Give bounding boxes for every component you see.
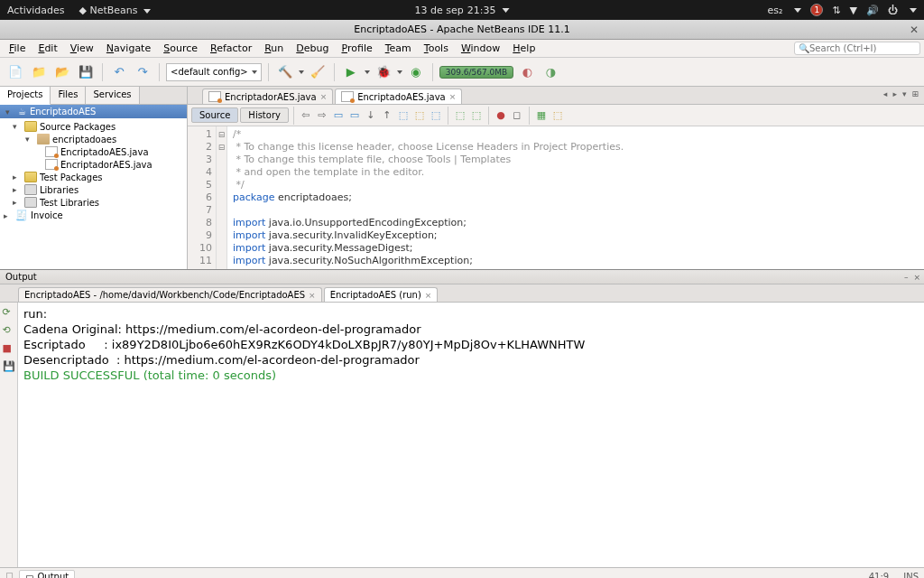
tree-libraries[interactable]: ▸Libraries [0,183,187,196]
tree-file[interactable]: EncriptadoAES.java [0,145,187,158]
toolbar-icon[interactable]: ◻ [510,108,524,123]
toolbar-icon[interactable]: ⇦ [299,108,313,123]
tree-test-libraries[interactable]: ▸Test Libraries [0,196,187,209]
window-close-icon[interactable]: ✕ [910,23,919,36]
insert-mode[interactable]: INS [903,572,919,578]
toolbar-icon[interactable]: ↓ [364,108,378,123]
build-button[interactable]: 🔨 [275,62,295,82]
toolbar-icon[interactable]: ⬚ [412,108,427,123]
toolbar-icon[interactable]: ⇨ [315,108,329,123]
gc-icon[interactable]: ◐ [517,62,537,82]
menu-window[interactable]: Window [456,41,505,56]
line-gutter: 123456789101112131415 [188,126,217,269]
close-icon[interactable]: × [449,92,457,101]
rerun-icon[interactable]: ⟳ [3,306,15,319]
toolbar-icon[interactable]: ▭ [331,108,346,123]
new-project-button[interactable]: 📁 [29,62,49,82]
close-icon[interactable]: × [425,291,432,300]
profile-button[interactable]: ◉ [406,62,426,82]
close-icon[interactable]: × [913,273,920,282]
java-file-icon [45,146,58,157]
tree-file[interactable]: EncriptadorAES.java [0,158,187,171]
tab-scroll-left-icon[interactable]: ◂ [883,89,888,98]
tab-projects[interactable]: Projects [0,87,51,105]
editor-tabs: EncriptadorAES.java× EncriptadoAES.java×… [188,87,924,105]
history-view-button[interactable]: History [240,107,289,123]
activities-label[interactable]: Actividades [7,5,65,16]
run-button[interactable]: ▶ [341,62,361,82]
minimize-icon[interactable]: – [904,273,909,282]
output-tab[interactable]: EncriptadoAES (run)× [324,287,439,302]
config-selector[interactable]: <default config> [166,63,262,81]
window-title-bar: EncriptadoAES - Apache NetBeans IDE 11.1… [0,20,924,40]
app-menu[interactable]: ◆ NetBeans [79,5,152,16]
editor-tab[interactable]: EncriptadorAES.java× [202,89,333,104]
java-file-icon [341,91,354,102]
menu-profile[interactable]: Profile [336,41,377,56]
menu-source[interactable]: Source [158,41,203,56]
gc-icon-2[interactable]: ◑ [541,62,560,82]
project-header[interactable]: ▾ ☕ EncriptadoAES [0,105,187,118]
menu-debug[interactable]: Debug [291,41,334,56]
output-status-button[interactable]: ▭Output [19,570,75,578]
redo-button[interactable]: ↷ [133,62,152,82]
toolbar-icon[interactable]: ● [494,108,508,123]
tab-menu-icon[interactable]: ▾ [902,89,907,98]
close-icon[interactable]: × [320,92,328,101]
save-all-button[interactable]: 💾 [76,62,96,82]
editor-tab[interactable]: EncriptadoAES.java× [335,89,462,104]
tab-files[interactable]: Files [51,87,86,104]
menu-edit[interactable]: Edit [32,41,62,56]
undo-button[interactable]: ↶ [109,62,129,82]
menu-team[interactable]: Team [380,41,417,56]
menu-help[interactable]: Help [507,41,541,56]
volume-icon[interactable]: 🔊 [866,5,879,16]
maximize-icon[interactable]: ⊞ [911,89,919,98]
tree-source-packages[interactable]: ▾Source Packages [0,120,187,133]
stop-icon[interactable]: ■ [3,342,15,355]
code-editor[interactable]: 123456789101112131415 ⊟⊟ /* * To change … [188,126,924,269]
toolbar-icon[interactable]: ⬚ [453,108,467,123]
memory-indicator[interactable]: 309.6/567.0MB [439,66,514,79]
toolbar-icon[interactable]: ↑ [380,108,394,123]
output-console[interactable]: run: Cadena Original: https://medium.com… [18,303,924,567]
toolbar-icon[interactable]: ▭ [347,108,362,123]
save-output-icon[interactable]: 💾 [3,360,15,373]
debug-button[interactable]: 🐞 [374,62,393,82]
rerun-alt-icon[interactable]: ⟲ [3,324,15,337]
dropbox-icon[interactable]: ⇅ [832,5,840,16]
power-icon[interactable]: ⏻ [888,5,898,16]
toolbar-icon[interactable]: ⬚ [429,108,443,123]
global-search[interactable]: 🔍 [794,42,920,55]
source-view-button[interactable]: Source [191,107,238,123]
menu-tools[interactable]: Tools [419,41,454,56]
toolbar-icon[interactable]: ⬚ [550,108,565,123]
tree-test-packages[interactable]: ▸Test Packages [0,171,187,183]
toolbar-icon[interactable]: ⬚ [396,108,411,123]
search-input[interactable] [809,43,909,53]
open-button[interactable]: 📂 [52,62,72,82]
tab-scroll-right-icon[interactable]: ▸ [892,89,897,98]
menu-view[interactable]: View [65,41,99,56]
output-tab[interactable]: EncriptadoAES - /home/david/Workbench/Co… [18,287,322,302]
toolbar-icon[interactable]: ▦ [534,108,549,123]
menu-navigate[interactable]: Navigate [101,41,156,56]
tree-invoice[interactable]: ▸🧾Invoice [0,209,187,222]
tab-services[interactable]: Services [86,87,139,104]
toolbar-icon[interactable]: ⬚ [469,108,484,123]
notifications-icon[interactable]: ☐ [5,572,14,578]
menu-refactor[interactable]: Refactor [205,41,257,56]
close-icon[interactable]: × [309,291,316,300]
output-icon: ▭ [25,572,33,578]
new-file-button[interactable]: 📄 [5,62,25,82]
menu-file[interactable]: File [4,41,31,56]
keyboard-layout[interactable]: es₂ [767,5,782,16]
notification-icon[interactable]: 1 [810,4,823,16]
network-icon[interactable]: ▼ [850,5,857,16]
main-toolbar: 📄 📁 📂 💾 ↶ ↷ <default config> 🔨 🧹 ▶ 🐞 ◉ 3… [0,58,924,87]
tree-package[interactable]: ▾encriptadoaes [0,133,187,145]
fold-column[interactable]: ⊟⊟ [217,126,227,269]
menu-run[interactable]: Run [259,41,289,56]
editor-area: EncriptadorAES.java× EncriptadoAES.java×… [188,87,924,269]
clean-build-button[interactable]: 🧹 [308,62,328,82]
